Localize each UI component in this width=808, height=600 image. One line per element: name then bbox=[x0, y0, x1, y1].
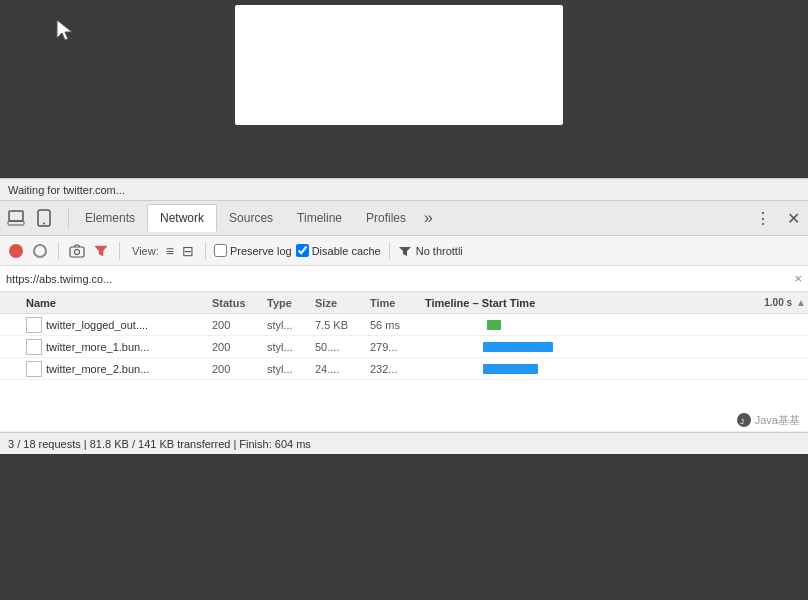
filter-button[interactable] bbox=[91, 241, 111, 261]
toolbar-divider-3 bbox=[205, 242, 206, 260]
devtools-panel: Elements Network Sources Timeline Profil… bbox=[0, 200, 808, 454]
browser-viewport: Waiting for twitter.com... bbox=[0, 0, 808, 200]
url-close-button[interactable]: × bbox=[794, 271, 802, 286]
popup-box bbox=[235, 5, 563, 125]
record-icon bbox=[9, 244, 23, 258]
row-time: 279... bbox=[370, 341, 425, 353]
timeline-bar-container bbox=[425, 340, 806, 354]
header-time[interactable]: Time bbox=[370, 297, 425, 309]
tab-elements[interactable]: Elements bbox=[73, 205, 147, 231]
row-timeline bbox=[425, 318, 806, 332]
row-time: 56 ms bbox=[370, 319, 425, 331]
tab-sources[interactable]: Sources bbox=[217, 205, 285, 231]
row-timeline bbox=[425, 362, 806, 376]
timeline-bar bbox=[483, 364, 538, 374]
timeline-bar-container bbox=[425, 362, 806, 376]
bottom-status-text: 3 / 18 requests | 81.8 KB / 141 KB trans… bbox=[8, 438, 311, 450]
preserve-log-checkbox-label[interactable]: Preserve log bbox=[214, 244, 292, 257]
table-empty-space bbox=[0, 380, 808, 432]
table-row[interactable]: twitter_more_2.bun... 200 styl... 24....… bbox=[0, 358, 808, 380]
network-toolbar: View: ≡ ⊟ Preserve log Disable cache No … bbox=[0, 236, 808, 266]
network-table-body: twitter_logged_out.... 200 styl... 7.5 K… bbox=[0, 314, 808, 380]
svg-rect-0 bbox=[9, 211, 23, 221]
svg-point-5 bbox=[75, 249, 80, 254]
row-file-icon bbox=[26, 339, 42, 355]
camera-button[interactable] bbox=[67, 241, 87, 261]
timeline-bar-container bbox=[425, 318, 806, 332]
stop-button[interactable] bbox=[30, 241, 50, 261]
tab-bar-right: ⋮ ✕ bbox=[751, 205, 804, 232]
tab-timeline[interactable]: Timeline bbox=[285, 205, 354, 231]
watermark: J Java基基 bbox=[736, 412, 800, 428]
status-text: Waiting for twitter.com... bbox=[8, 184, 125, 196]
browser-status-bar: Waiting for twitter.com... bbox=[0, 178, 808, 200]
view-icons: ≡ ⊟ bbox=[163, 242, 197, 260]
header-name[interactable]: Name bbox=[2, 297, 212, 309]
view-label: View: bbox=[132, 245, 159, 257]
devtools-tab-bar: Elements Network Sources Timeline Profil… bbox=[0, 200, 808, 236]
tab-more-button[interactable]: » bbox=[418, 205, 439, 231]
header-type[interactable]: Type bbox=[267, 297, 315, 309]
url-filter-text[interactable]: https://abs.twimg.co... bbox=[6, 273, 788, 285]
header-size[interactable]: Size bbox=[315, 297, 370, 309]
table-row[interactable]: twitter_more_1.bun... 200 styl... 50....… bbox=[0, 336, 808, 358]
row-size: 50.... bbox=[315, 341, 370, 353]
tab-network[interactable]: Network bbox=[147, 204, 217, 232]
toolbar-divider-2 bbox=[119, 242, 120, 260]
row-status: 200 bbox=[212, 341, 267, 353]
header-timeline[interactable]: Timeline – Start Time 1.00 s ▲ bbox=[425, 297, 806, 309]
preserve-log-label: Preserve log bbox=[230, 245, 292, 257]
throttle-filter-icon[interactable] bbox=[398, 245, 412, 257]
row-type: styl... bbox=[267, 341, 315, 353]
devtools-close-button[interactable]: ✕ bbox=[783, 205, 804, 232]
row-file-icon bbox=[26, 317, 42, 333]
svg-text:J: J bbox=[740, 417, 744, 426]
row-file-icon bbox=[26, 361, 42, 377]
devtools-dots-icon[interactable]: ⋮ bbox=[751, 205, 775, 232]
toolbar-divider-4 bbox=[389, 242, 390, 260]
row-type: styl... bbox=[267, 363, 315, 375]
stop-icon bbox=[33, 244, 47, 258]
disable-cache-checkbox-label[interactable]: Disable cache bbox=[296, 244, 381, 257]
row-status: 200 bbox=[212, 363, 267, 375]
tab-profiles[interactable]: Profiles bbox=[354, 205, 418, 231]
svg-point-3 bbox=[43, 223, 45, 225]
list-view-icon[interactable]: ≡ bbox=[163, 242, 177, 260]
url-filter-bar: https://abs.twimg.co... × bbox=[0, 266, 808, 292]
tree-view-icon[interactable]: ⊟ bbox=[179, 242, 197, 260]
toolbar-divider-1 bbox=[58, 242, 59, 260]
row-name: twitter_logged_out.... bbox=[46, 319, 212, 331]
row-timeline bbox=[425, 340, 806, 354]
devtools-inner: Elements Network Sources Timeline Profil… bbox=[0, 200, 808, 454]
network-table-header: Name Status Type Size Time Timeline – St… bbox=[0, 292, 808, 314]
table-row[interactable]: twitter_logged_out.... 200 styl... 7.5 K… bbox=[0, 314, 808, 336]
svg-rect-4 bbox=[70, 247, 84, 257]
preserve-log-checkbox[interactable] bbox=[214, 244, 227, 257]
row-size: 24.... bbox=[315, 363, 370, 375]
inspect-icon[interactable] bbox=[4, 206, 28, 230]
throttle-label: No throttli bbox=[416, 245, 463, 257]
row-status: 200 bbox=[212, 319, 267, 331]
timeline-bar bbox=[483, 342, 553, 352]
bottom-status-bar: 3 / 18 requests | 81.8 KB / 141 KB trans… bbox=[0, 432, 808, 454]
header-status[interactable]: Status bbox=[212, 297, 267, 309]
tab-separator bbox=[68, 208, 69, 228]
record-button[interactable] bbox=[6, 241, 26, 261]
row-time: 232... bbox=[370, 363, 425, 375]
row-name: twitter_more_1.bun... bbox=[46, 341, 212, 353]
row-name: twitter_more_2.bun... bbox=[46, 363, 212, 375]
mobile-icon[interactable] bbox=[32, 206, 56, 230]
timeline-bar bbox=[487, 320, 501, 330]
disable-cache-label: Disable cache bbox=[312, 245, 381, 257]
row-size: 7.5 KB bbox=[315, 319, 370, 331]
disable-cache-checkbox[interactable] bbox=[296, 244, 309, 257]
row-type: styl... bbox=[267, 319, 315, 331]
